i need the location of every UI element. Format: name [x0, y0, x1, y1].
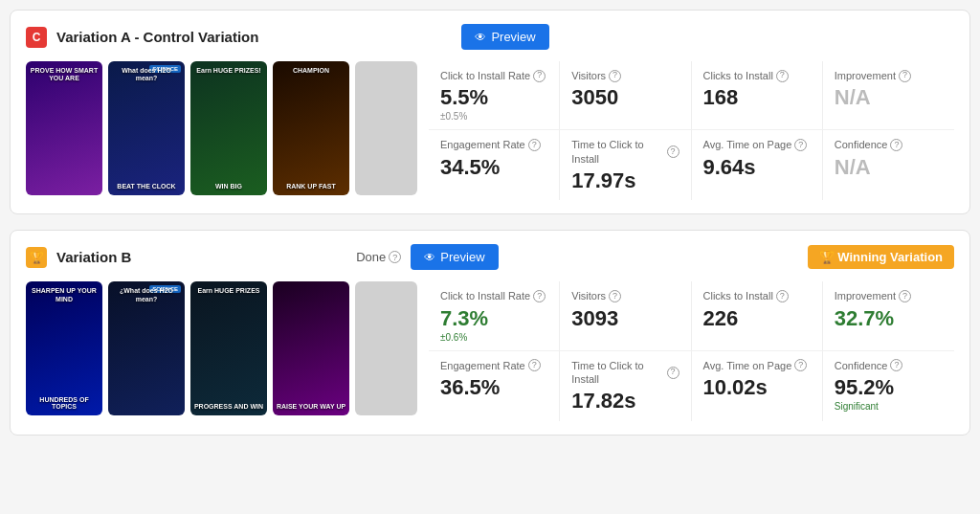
info-icon[interactable]: ? [667, 145, 679, 158]
variation-header: 🏆Variation BDone ?👁 Preview🏆 Winning Var… [26, 244, 954, 270]
info-icon[interactable]: ? [776, 290, 789, 302]
variation-title: Variation B [56, 249, 346, 265]
thumb-top-label: Earn HUGE PRIZES! [190, 67, 267, 75]
info-icon[interactable]: ? [609, 70, 621, 82]
thumb-top-label: What does H2O mean? [108, 67, 185, 83]
screenshot-thumb-1: SCIENCEWhat does H2O mean?BEAT THE CLOCK [108, 61, 185, 195]
stat-value: 95.2% [835, 376, 943, 399]
thumb-bottom-label: RAISE YOUR WAY UP [273, 403, 349, 410]
stat-label: Time to Click to Install ? [571, 359, 679, 387]
info-icon[interactable]: ? [533, 290, 546, 302]
stat-label: Engagement Rate ? [440, 359, 547, 372]
stat-cell-1-3: Confidence ?95.2%Significant [823, 351, 954, 421]
stats-row-1: Engagement Rate ?36.5%Time to Click to I… [429, 351, 954, 421]
stat-cell-1-0: Engagement Rate ?34.5% [429, 130, 560, 200]
stat-value: 226 [703, 307, 811, 330]
thumb-top-label: Earn HUGE PRIZES [190, 287, 267, 295]
stat-label: Avg. Time on Page ? [703, 359, 811, 372]
variation-header: CVariation A - Control Variation👁 Previe… [26, 24, 954, 50]
stat-value: 36.5% [440, 376, 547, 399]
preview-button[interactable]: 👁 Preview [411, 244, 498, 270]
stat-label: Click to Install Rate ? [440, 289, 547, 302]
stat-value: N/A [835, 156, 943, 179]
info-icon[interactable]: ? [890, 359, 902, 371]
stat-label: Improvement ? [835, 289, 943, 302]
stat-cell-1-1: Time to Click to Install ?17.97s [560, 130, 691, 200]
stat-value: 3050 [571, 86, 679, 109]
stat-value: N/A [835, 86, 943, 109]
thumb-bottom-label: BEAT THE CLOCK [108, 183, 185, 190]
variation-card-b: 🏆Variation BDone ?👁 Preview🏆 Winning Var… [10, 230, 970, 435]
variation-body: SHARPEN UP YOUR MINDHUNDREDS OF TOPICSSC… [26, 281, 954, 420]
variation-body: PROVE HOW SMART YOU ARESCIENCEWhat does … [26, 61, 954, 200]
thumb-top-label: PROVE HOW SMART YOU ARE [26, 67, 102, 83]
winning-variation-badge: 🏆 Winning Variation [808, 245, 954, 269]
info-icon[interactable]: ? [528, 139, 541, 151]
variation-badge: C [26, 27, 47, 48]
thumb-top-label: SHARPEN UP YOUR MIND [26, 287, 102, 303]
thumb-top-label: ¿What does H2O mean? [108, 287, 185, 303]
screenshot-thumb-3: RAISE YOUR WAY UP [273, 281, 349, 415]
info-icon[interactable]: ? [794, 139, 807, 151]
stat-value: 17.82s [571, 390, 679, 413]
stat-label: Visitors ? [571, 289, 679, 302]
stat-cell-0-1: Visitors ?3093 [560, 281, 691, 349]
stat-value: 17.97s [571, 169, 679, 192]
stat-label: Engagement Rate ? [440, 138, 547, 151]
screenshots-row: SHARPEN UP YOUR MINDHUNDREDS OF TOPICSSC… [26, 281, 417, 415]
stats-row-0: Click to Install Rate ?5.5%±0.5%Visitors… [429, 61, 954, 130]
stat-cell-0-3: Improvement ?N/A [823, 61, 954, 129]
stat-cell-0-3: Improvement ?32.7% [823, 281, 954, 349]
stat-value: 10.02s [703, 376, 811, 399]
stat-sub: ±0.6% [440, 332, 547, 343]
stat-value: 34.5% [440, 156, 547, 179]
stat-label: Confidence ? [835, 138, 943, 151]
info-icon[interactable]: ? [899, 290, 911, 302]
screenshot-thumb-1: SCIENCE¿What does H2O mean? [108, 281, 185, 415]
stat-cell-1-2: Avg. Time on Page ?9.64s [692, 130, 823, 200]
variation-card-a: CVariation A - Control Variation👁 Previe… [10, 10, 970, 214]
variation-title: Variation A - Control Variation [56, 29, 452, 45]
screenshot-thumb-4 [355, 281, 417, 415]
info-icon[interactable]: ? [667, 367, 679, 379]
info-icon[interactable]: ? [890, 139, 902, 151]
stat-value: 5.5% [440, 86, 547, 109]
info-icon[interactable]: ? [899, 70, 911, 82]
stat-value: 7.3% [440, 307, 547, 330]
stat-cell-0-2: Clicks to Install ?226 [692, 281, 823, 349]
info-icon[interactable]: ? [528, 359, 541, 371]
preview-button[interactable]: 👁 Preview [461, 24, 548, 50]
screenshot-thumb-0: SHARPEN UP YOUR MINDHUNDREDS OF TOPICS [26, 281, 102, 415]
thumb-top-label: CHAMPION [273, 67, 349, 75]
screenshot-thumb-2: Earn HUGE PRIZESPROGRESS AND WIN [190, 281, 267, 415]
screenshot-thumb-0: PROVE HOW SMART YOU ARE [26, 61, 102, 195]
stat-cell-1-0: Engagement Rate ?36.5% [429, 351, 560, 421]
info-icon[interactable]: ? [533, 70, 546, 82]
screenshot-thumb-3: CHAMPIONRANK UP FAST [273, 61, 349, 195]
stats-row-0: Click to Install Rate ?7.3%±0.6%Visitors… [429, 281, 954, 350]
stats-row-1: Engagement Rate ?34.5%Time to Click to I… [429, 130, 954, 200]
thumb-bottom-label: WIN BIG [190, 183, 267, 190]
stat-sub: ±0.5% [440, 111, 547, 122]
stat-label: Visitors ? [571, 69, 679, 82]
info-icon[interactable]: ? [794, 359, 807, 371]
info-icon[interactable]: ? [776, 70, 789, 82]
stat-label: Time to Click to Install ? [571, 138, 679, 166]
info-icon[interactable]: ? [609, 290, 621, 302]
stat-label: Clicks to Install ? [703, 69, 811, 82]
stat-cell-0-0: Click to Install Rate ?5.5%±0.5% [429, 61, 560, 129]
stat-label: Confidence ? [835, 359, 943, 372]
stat-cell-0-1: Visitors ?3050 [560, 61, 691, 129]
stat-cell-0-0: Click to Install Rate ?7.3%±0.6% [429, 281, 560, 349]
stats-section: Click to Install Rate ?5.5%±0.5%Visitors… [429, 61, 954, 200]
stat-value: 168 [703, 86, 811, 109]
stat-value: 9.64s [703, 156, 811, 179]
screenshot-thumb-4 [355, 61, 417, 195]
status-label: Done ? [356, 250, 401, 264]
screenshot-thumb-2: Earn HUGE PRIZES!WIN BIG [190, 61, 267, 195]
thumb-bottom-label: RANK UP FAST [273, 183, 349, 190]
stat-label: Click to Install Rate ? [440, 69, 547, 82]
stat-cell-0-2: Clicks to Install ?168 [692, 61, 823, 129]
stat-value: 32.7% [835, 307, 943, 330]
stat-label: Improvement ? [835, 69, 943, 82]
